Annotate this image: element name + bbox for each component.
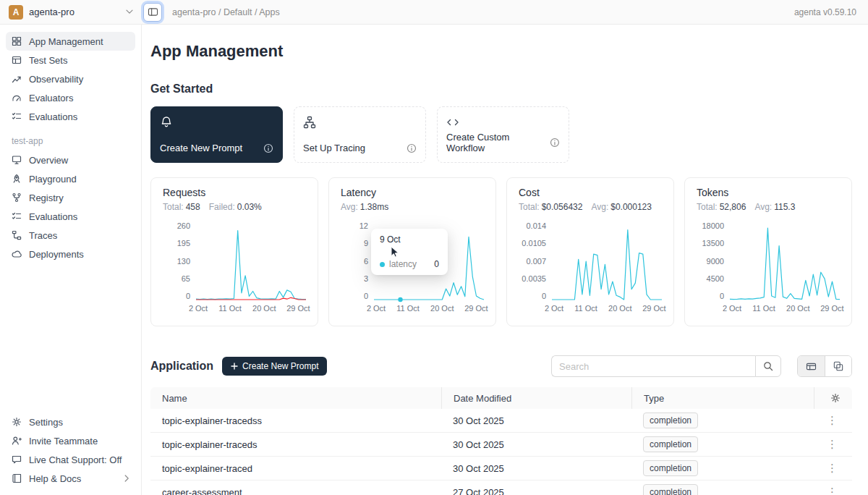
- cost-chart[interactable]: 0.0140.01050.0070.003502 Oct11 Oct20 Oct…: [519, 222, 662, 313]
- search-button[interactable]: [755, 355, 781, 377]
- main-content: App Management Get Started Create New Pr…: [142, 25, 868, 495]
- checklist-icon: [12, 111, 22, 122]
- sidebar-item-overview[interactable]: Overview: [6, 151, 135, 169]
- tokens-chart[interactable]: 18000135009000450002 Oct11 Oct20 Oct29 O…: [697, 222, 840, 313]
- sidebar-item-label: Observability: [29, 74, 83, 85]
- sidebar-item-traces[interactable]: Traces: [6, 226, 135, 245]
- table-row[interactable]: topic-explainer-traced 30 Oct 2025 compl…: [150, 457, 852, 481]
- sidebar: App Management Test Sets Observability E…: [0, 25, 142, 495]
- card-view-button[interactable]: [825, 356, 851, 376]
- info-icon[interactable]: [263, 143, 273, 153]
- get-started-cards: Create New Prompt Set Up Tracing Create …: [150, 106, 852, 163]
- row-menu-button[interactable]: ⋮: [827, 438, 852, 451]
- workspace-name: agenta-pro: [29, 7, 75, 17]
- create-new-prompt-card[interactable]: Create New Prompt: [150, 106, 283, 163]
- search-input[interactable]: [551, 355, 755, 377]
- tooltip-date: 9 Oct: [380, 234, 439, 245]
- row-menu-button[interactable]: ⋮: [827, 462, 852, 475]
- chevron-right-icon: [124, 475, 129, 482]
- trend-icon: [12, 74, 22, 84]
- date-modified: 27 Oct 2025: [441, 487, 631, 495]
- sidebar-item-app-evaluations[interactable]: Evaluations: [6, 207, 135, 226]
- sidebar-item-label: Evaluators: [29, 93, 73, 103]
- sidebar-item-evaluators[interactable]: Evaluators: [6, 88, 135, 107]
- sidebar-item-test-sets[interactable]: Test Sets: [6, 51, 135, 69]
- sidebar-item-label: Help & Docs: [29, 473, 81, 484]
- type-badge: completion: [643, 484, 698, 495]
- checklist-icon: [12, 211, 22, 221]
- card-label: Set Up Tracing: [303, 143, 365, 153]
- sidebar-item-evaluations[interactable]: Evaluations: [6, 107, 135, 126]
- table-row[interactable]: topic-explainer-traceds 30 Oct 2025 comp…: [150, 433, 852, 457]
- workspace-avatar: A: [9, 5, 23, 20]
- tracing-tree-icon: [303, 116, 316, 129]
- column-header-date-modified[interactable]: Date Modified: [441, 387, 631, 409]
- breadcrumb[interactable]: agenta-pro / Default / Apps: [172, 7, 280, 17]
- table-view-button[interactable]: [798, 356, 825, 376]
- gauge-icon: [12, 93, 22, 103]
- sidebar-item-label: Live Chat Support: Off: [29, 454, 122, 465]
- requests-chart[interactable]: 2601951306502 Oct11 Oct20 Oct29 Oct: [163, 222, 306, 313]
- sidebar-item-deployments[interactable]: Deployments: [6, 245, 135, 263]
- chevron-down-icon: [126, 9, 133, 14]
- application-header: Application Create New Prompt: [150, 355, 852, 377]
- sidebar-item-label: Registry: [29, 192, 64, 203]
- table-view-icon: [806, 362, 817, 371]
- row-menu-button[interactable]: ⋮: [827, 486, 852, 495]
- sidebar-item-label: Invite Teammate: [29, 436, 98, 447]
- column-header-name[interactable]: Name: [150, 387, 441, 409]
- table-icon: [12, 55, 22, 65]
- sidebar-item-invite-teammate[interactable]: Invite Teammate: [6, 431, 135, 450]
- metric-title: Requests: [163, 187, 306, 198]
- set-up-tracing-card[interactable]: Set Up Tracing: [294, 106, 426, 163]
- sidebar-toggle-button[interactable]: [143, 3, 162, 22]
- get-started-title: Get Started: [150, 82, 852, 96]
- table-header: Name Date Modified Type: [150, 387, 852, 409]
- column-header-type[interactable]: Type: [631, 387, 814, 409]
- create-custom-workflow-card[interactable]: Create Custom Workflow: [437, 106, 569, 163]
- panel-left-icon: [148, 7, 158, 17]
- app-name: topic-explainer-traced: [150, 463, 441, 474]
- app-name: topic-explainer-tracedss: [150, 415, 441, 426]
- table-row[interactable]: career-assessment 27 Oct 2025 completion…: [150, 481, 852, 495]
- gear-icon: [830, 393, 841, 403]
- requests-metric-card: Requests Total:458 Failed:0.03% 26019513…: [150, 177, 318, 326]
- tokens-metric-card: Tokens Total:52,806 Avg:115.3 1800013500…: [684, 177, 852, 326]
- sidebar-item-live-chat[interactable]: Live Chat Support: Off: [6, 450, 135, 469]
- sidebar-item-playground[interactable]: Playground: [6, 169, 135, 188]
- gear-icon: [12, 417, 22, 427]
- metrics-row: Requests Total:458 Failed:0.03% 26019513…: [150, 177, 852, 326]
- plus-icon: [231, 363, 238, 370]
- sidebar-item-app-management[interactable]: App Management: [6, 32, 135, 51]
- info-icon[interactable]: [550, 138, 560, 148]
- sidebar-spacer: [6, 263, 135, 412]
- table-row[interactable]: topic-explainer-tracedss 30 Oct 2025 com…: [150, 409, 852, 433]
- sidebar-item-help-docs[interactable]: Help & Docs: [6, 469, 135, 488]
- row-menu-button[interactable]: ⋮: [827, 414, 852, 427]
- sidebar-item-settings[interactable]: Settings: [6, 412, 135, 431]
- sidebar-item-label: App Management: [29, 36, 103, 47]
- info-icon[interactable]: [407, 143, 417, 153]
- sidebar-item-observability[interactable]: Observability: [6, 69, 135, 88]
- metric-stats: Total:458 Failed:0.03%: [163, 202, 306, 212]
- tree-icon: [12, 230, 22, 240]
- search-icon: [763, 361, 773, 371]
- metric-stats: Total:$0.056432 Avg:$0.000123: [519, 202, 662, 212]
- prompt-bell-icon: [160, 116, 173, 129]
- metric-stats: Avg:1.38ms: [341, 202, 484, 212]
- card-view-icon: [833, 361, 843, 371]
- workspace-switcher[interactable]: A agenta-pro: [0, 5, 142, 20]
- sidebar-item-registry[interactable]: Registry: [6, 188, 135, 207]
- create-new-prompt-button[interactable]: Create New Prompt: [222, 357, 327, 376]
- app-version: agenta v0.59.10: [794, 7, 856, 17]
- metric-title: Cost: [519, 187, 662, 198]
- top-header: A agenta-pro agenta-pro / Default / Apps…: [0, 0, 868, 25]
- fork-icon: [12, 192, 22, 203]
- sidebar-item-label: Test Sets: [29, 55, 67, 66]
- sidebar-item-label: Evaluations: [29, 111, 77, 122]
- tooltip-series: latency: [389, 259, 417, 269]
- tooltip-value: 0: [422, 259, 439, 269]
- mouse-cursor-icon: [390, 246, 401, 258]
- type-badge: completion: [643, 412, 698, 428]
- column-settings-button[interactable]: [814, 387, 852, 409]
